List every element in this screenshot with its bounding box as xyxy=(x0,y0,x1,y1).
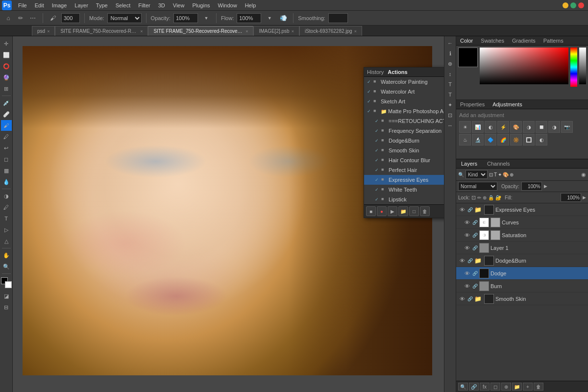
layer-eye-dodgeburn[interactable]: 👁 xyxy=(458,257,466,265)
action-record-btn[interactable]: ● xyxy=(377,206,387,216)
color-saturation-box[interactable] xyxy=(480,48,568,84)
gradient-tool[interactable]: ▦ xyxy=(1,165,12,176)
layer-filter-toggle[interactable]: ◉ xyxy=(581,172,586,178)
menu-file[interactable]: File xyxy=(15,1,30,9)
action-new-btn[interactable]: □ xyxy=(409,206,419,216)
menu-window[interactable]: Window xyxy=(215,1,241,9)
tab-close-4[interactable]: × xyxy=(354,29,357,34)
action-play-btn[interactable]: ▶ xyxy=(388,206,397,216)
tab-psd1[interactable]: psd × xyxy=(32,26,55,36)
layer-eye-burn[interactable]: 👁 xyxy=(463,282,471,290)
right-icon-5[interactable]: T xyxy=(445,79,455,89)
quick-mask-btn[interactable]: ◪ xyxy=(1,291,12,301)
type-tool[interactable]: T xyxy=(1,213,12,224)
right-icon-3[interactable]: ⊕ xyxy=(445,59,455,69)
action-retouching[interactable]: ✓ ■ ===RETOUCHING ACTIO... xyxy=(364,116,444,126)
action-white-teeth[interactable]: ✓ ■ White Teeth xyxy=(364,185,444,195)
adj-channel-mixer[interactable]: ♨ xyxy=(459,134,471,146)
lock-all-icon[interactable]: 🔐 xyxy=(495,195,501,200)
home-button[interactable]: ⌂ xyxy=(3,13,14,24)
flow-btn[interactable]: ▼ xyxy=(264,13,275,24)
tab-site-frame-2[interactable]: SITE FRAME_750-Recovered-Recovered-Recov… xyxy=(148,26,253,36)
tab-layers[interactable]: Layers xyxy=(456,159,482,168)
brush-preset[interactable]: 🖌 xyxy=(48,13,58,24)
layers-filter-btn[interactable]: 🔍 xyxy=(458,383,468,391)
tab-color[interactable]: Color xyxy=(456,36,477,45)
crop-tool[interactable]: ⊞ xyxy=(1,83,12,94)
tab-close-3[interactable]: × xyxy=(292,29,294,34)
action-smooth-skin[interactable]: ✓ ■ Smooth Skin xyxy=(364,146,444,155)
action-sketch-art[interactable]: ✓ ■ Sketch Art xyxy=(364,97,444,106)
eraser-tool[interactable]: ◻ xyxy=(1,154,12,165)
layer-filter-kind[interactable]: Kind xyxy=(466,170,488,179)
opacity-btn[interactable]: ▼ xyxy=(201,13,212,24)
blend-mode-select[interactable]: Normal Multiply Screen xyxy=(458,182,497,191)
color-preview-swatch[interactable] xyxy=(458,48,478,67)
action-perfect-hair[interactable]: ✓ ■ Perfect Hair xyxy=(364,165,444,175)
adj-invert[interactable]: ◐ xyxy=(536,134,547,146)
minimize-button[interactable] xyxy=(563,2,568,8)
tab-image2[interactable]: IMAGE[2].psb × xyxy=(253,26,299,36)
tab-close-1[interactable]: × xyxy=(140,29,143,34)
adj-color-balance[interactable]: 🔲 xyxy=(536,121,547,133)
eyedropper-tool[interactable]: 💉 xyxy=(1,98,12,108)
layers-link-btn[interactable]: 🔗 xyxy=(469,383,479,391)
layers-delete-btn[interactable]: 🗑 xyxy=(534,383,543,391)
brush-tool-left[interactable]: 🖌 xyxy=(1,120,12,131)
adj-vibrance[interactable]: 🎨 xyxy=(510,121,522,133)
action-lipstick[interactable]: ✓ ■ Lipstick xyxy=(364,195,444,204)
adj-curves[interactable]: ◐ xyxy=(485,121,496,133)
adj-exposure[interactable]: ⚡ xyxy=(497,121,509,133)
tab-site-frame-1[interactable]: SITE FRAME_750-Recovered-Recovered.psd × xyxy=(55,26,148,36)
blur-tool[interactable]: 💧 xyxy=(1,176,12,187)
action-watercolor-art[interactable]: ✓ ■ Watercolor Art xyxy=(364,87,444,97)
adj-gradient-map[interactable]: 🔆 xyxy=(510,134,522,146)
stamp-tool[interactable]: 🖊 xyxy=(1,131,12,142)
adj-levels[interactable]: 📊 xyxy=(472,121,484,133)
layer-dodge-burn-folder[interactable]: 👁 🔗 📁 Dodge&Burn xyxy=(456,254,588,267)
layer-curves[interactable]: 👁 🔗 ◐ Curves xyxy=(456,216,588,229)
smoothing-input[interactable] xyxy=(328,13,348,23)
menu-image[interactable]: Image xyxy=(49,1,71,9)
layer-burn[interactable]: 👁 🔗 Burn xyxy=(456,280,588,293)
menu-edit[interactable]: Edit xyxy=(31,1,48,9)
brush-size-input[interactable] xyxy=(61,13,80,23)
tab-properties[interactable]: Properties xyxy=(456,100,489,109)
action-hair-contour-blur[interactable]: ✓ ■ Hair Contour Blur xyxy=(364,155,444,165)
layers-adjustment-btn[interactable]: ⊕ xyxy=(501,383,511,391)
layer-dodge[interactable]: 👁 🔗 Dodge xyxy=(456,267,588,280)
fill-arrow[interactable]: ▶ xyxy=(583,195,586,200)
menu-3d[interactable]: 3D xyxy=(155,1,169,9)
right-icon-8[interactable]: ⊡ xyxy=(445,110,455,120)
adj-threshold[interactable]: 🌈 xyxy=(497,134,509,146)
opacity-value-input[interactable] xyxy=(521,182,542,191)
adj-posterize[interactable]: 🔷 xyxy=(485,134,496,146)
mode-select[interactable]: Normal Multiply Screen xyxy=(107,13,142,23)
lock-image-icon[interactable]: ✏ xyxy=(477,195,481,200)
adj-brightness-contrast[interactable]: ☀ xyxy=(459,121,471,133)
layer-smooth-skin[interactable]: 👁 🔗 📁 Smooth Skin xyxy=(456,293,588,305)
right-icon-7[interactable]: ✦ xyxy=(445,100,455,110)
right-icon-2[interactable]: ℹ xyxy=(445,49,455,58)
right-icon-4[interactable]: ↕ xyxy=(445,69,455,79)
menu-layer[interactable]: Layer xyxy=(71,1,92,9)
healing-tool[interactable]: 🩹 xyxy=(1,109,12,120)
menu-help[interactable]: Help xyxy=(242,1,260,9)
history-brush[interactable]: ↩ xyxy=(1,143,12,153)
adj-black-white[interactable]: ◑ xyxy=(548,121,560,133)
layer-eye-dodge[interactable]: 👁 xyxy=(463,270,471,277)
color-lightness-bar[interactable] xyxy=(579,48,586,84)
flow-input[interactable] xyxy=(237,13,261,23)
color-swatches[interactable] xyxy=(1,277,12,288)
adj-hue-saturation[interactable]: ◑ xyxy=(523,121,535,133)
screen-mode-btn[interactable]: ⊟ xyxy=(1,302,12,313)
opacity-arrow[interactable]: ▶ xyxy=(544,184,547,189)
tab-close-psd1[interactable]: × xyxy=(47,29,49,34)
menu-plugins[interactable]: Plugins xyxy=(189,1,213,9)
action-stop-btn[interactable]: ■ xyxy=(366,206,376,216)
layer-eye-smoothskin[interactable]: 👁 xyxy=(458,295,466,303)
close-button[interactable] xyxy=(578,2,584,8)
menu-select[interactable]: Select xyxy=(112,1,134,9)
menu-filter[interactable]: Filter xyxy=(135,1,153,9)
tab-swatches[interactable]: Swatches xyxy=(477,36,508,45)
